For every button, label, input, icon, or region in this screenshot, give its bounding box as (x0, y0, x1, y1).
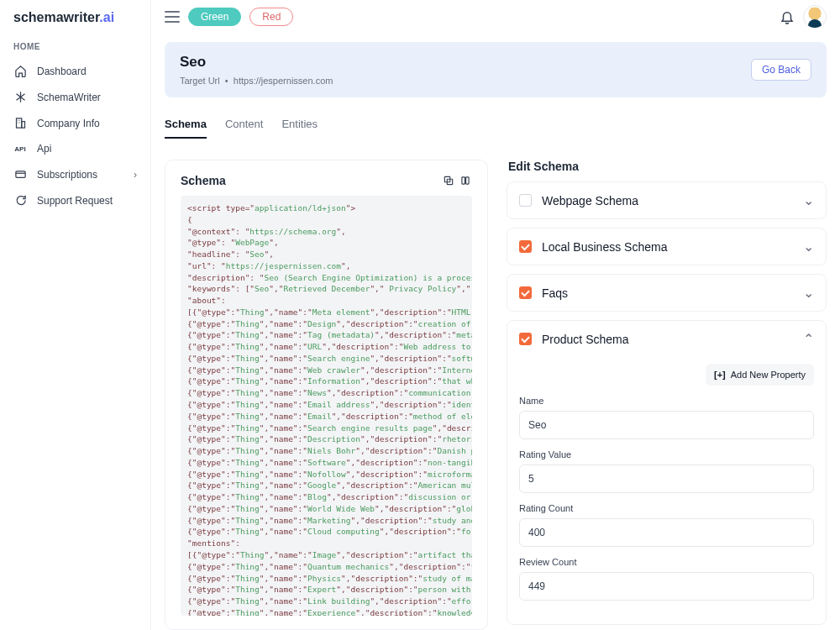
accordion-local-business-schema: Local Business Schema ⌄ (507, 228, 827, 265)
accordion-product-schema: Product Schema ⌃ [+] Add New Property (507, 320, 827, 625)
schema-code[interactable]: <script type="application/ld+json"> { "@… (181, 196, 472, 616)
page-title: Seo (180, 54, 333, 71)
avatar[interactable] (803, 5, 827, 29)
sidebar-item-dashboard[interactable]: Dashboard (0, 58, 150, 84)
accordion-header[interactable]: Product Schema ⌃ (507, 321, 826, 357)
page-header: Seo Target Url • https://jespernissen.co… (165, 42, 827, 97)
svg-rect-2 (15, 171, 24, 178)
tab-entities[interactable]: Entities (281, 111, 318, 139)
name-input[interactable] (519, 411, 814, 439)
building-icon (13, 117, 27, 129)
checkbox-icon[interactable] (519, 333, 532, 345)
svg-rect-5 (462, 177, 465, 184)
sidebar-section-label: HOME (0, 42, 150, 58)
field-label: Rating Value (519, 449, 814, 459)
duplicate-icon[interactable] (459, 174, 472, 187)
pill-green[interactable]: Green (188, 8, 241, 26)
sidebar-item-api[interactable]: API Api (0, 136, 150, 161)
chat-icon (13, 194, 27, 207)
svg-rect-1 (21, 122, 24, 129)
field-label: Review Count (519, 557, 814, 567)
topbar: Green Red (151, 0, 840, 34)
review-count-input[interactable] (519, 572, 814, 601)
accordion-label: Local Business Schema (542, 240, 667, 254)
sidebar: schemawriter.ai HOME Dashboard SchemaWri… (0, 0, 151, 630)
home-icon (13, 65, 27, 77)
chevron-right-icon: › (134, 169, 137, 181)
field-review-count: Review Count (519, 557, 814, 601)
field-label: Name (519, 396, 814, 406)
sidebar-item-label: Api (37, 143, 51, 155)
checkbox-icon[interactable] (519, 286, 532, 299)
snowflake-icon (13, 91, 27, 103)
edit-schema-panel: Edit Schema Webpage Schema ⌄ Local Busin… (507, 160, 827, 630)
target-url-row: Target Url • https://jespernissen.com (180, 76, 333, 86)
sidebar-item-company-info[interactable]: Company Info (0, 110, 150, 136)
svg-rect-6 (466, 177, 470, 184)
chevron-up-icon: ⌃ (803, 331, 814, 347)
menu-toggle-icon[interactable] (165, 11, 180, 23)
tab-content[interactable]: Content (225, 111, 264, 139)
target-url-value: https://jespernissen.com (234, 76, 333, 86)
sidebar-item-label: Support Request (37, 195, 113, 207)
schema-panel: Schema <script type="application/ld+json… (165, 160, 488, 630)
rating-count-input[interactable] (519, 518, 814, 547)
field-label: Rating Count (519, 503, 814, 513)
accordion-webpage-schema: Webpage Schema ⌄ (507, 181, 827, 219)
chevron-down-icon: ⌄ (803, 239, 814, 255)
svg-rect-0 (16, 118, 21, 128)
copy-icon[interactable] (442, 174, 455, 187)
sidebar-item-label: Company Info (37, 118, 100, 129)
schema-panel-title: Schema (181, 174, 226, 187)
go-back-button[interactable]: Go Back (751, 59, 811, 81)
bell-icon[interactable] (780, 9, 795, 24)
field-rating-count: Rating Count (519, 503, 814, 547)
accordion-body: [+] Add New Property Name Rating Value (507, 357, 826, 624)
accordion-header[interactable]: Faqs ⌄ (507, 275, 826, 311)
chevron-down-icon: ⌄ (803, 192, 814, 208)
accordion-label: Product Schema (542, 333, 629, 346)
sidebar-item-label: Dashboard (37, 66, 87, 77)
sidebar-item-label: SchemaWriter (37, 92, 101, 103)
chevron-down-icon: ⌄ (803, 285, 814, 301)
rating-value-input[interactable] (519, 465, 814, 493)
add-property-label: Add New Property (731, 370, 806, 380)
sidebar-item-support[interactable]: Support Request (0, 187, 150, 213)
field-rating-value: Rating Value (519, 449, 814, 493)
brand-text: schemawriter (13, 10, 99, 24)
target-url-label: Target Url (180, 76, 220, 86)
sidebar-item-schemawriter[interactable]: SchemaWriter (0, 84, 150, 110)
accordion-label: Faqs (542, 286, 568, 300)
sidebar-item-subscriptions[interactable]: Subscriptions › (0, 161, 150, 187)
sidebar-item-label: Subscriptions (37, 169, 97, 181)
accordion-header[interactable]: Webpage Schema ⌄ (507, 182, 826, 218)
card-icon (13, 168, 27, 181)
accordion-label: Webpage Schema (542, 194, 638, 207)
tabs: Schema Content Entities (165, 111, 827, 139)
plus-icon: [+] (714, 370, 726, 380)
edit-schema-title: Edit Schema (507, 160, 827, 173)
accordion-header[interactable]: Local Business Schema ⌄ (507, 228, 826, 265)
brand-ai: .ai (99, 10, 114, 24)
checkbox-icon[interactable] (519, 240, 532, 253)
add-property-button[interactable]: [+] Add New Property (706, 364, 814, 386)
pill-red[interactable]: Red (249, 8, 293, 26)
brand-logo: schemawriter.ai (0, 7, 150, 42)
accordion-faqs: Faqs ⌄ (507, 274, 827, 312)
api-icon: API (13, 145, 27, 153)
checkbox-icon[interactable] (519, 194, 532, 207)
field-name: Name (519, 396, 814, 439)
tab-schema[interactable]: Schema (165, 111, 207, 139)
dot-separator: • (225, 76, 228, 86)
main: Green Red Seo Target Url • https://jespe… (151, 0, 840, 630)
